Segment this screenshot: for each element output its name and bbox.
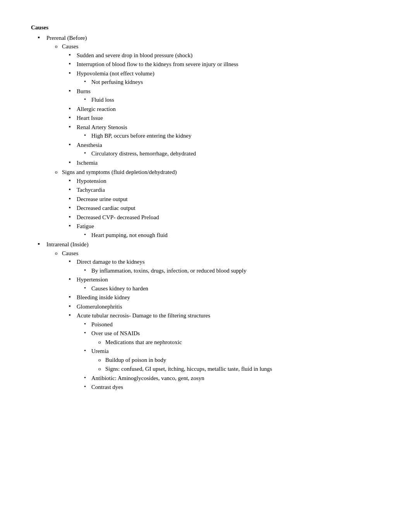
list-item: Fatigue Heart pumping, not enough fluid <box>77 222 379 239</box>
intrarenal-label: Intrarenal (Inside) <box>46 241 89 247</box>
list-item: High BP, occurs before entering the kidn… <box>91 131 379 140</box>
nested-list: Heart pumping, not enough fluid <box>77 231 379 240</box>
signs-symptoms-label: Signs and symptoms (fluid depletion/dehy… <box>62 169 177 175</box>
list-item: Acute tubular necrosis- Damage to the fi… <box>77 311 379 392</box>
list-item: Circulatory distress, hemorrhage, dehydr… <box>91 149 379 158</box>
list-item: Contrast dyes <box>91 383 379 392</box>
nested-list: Not perfusing kidneys <box>77 78 379 87</box>
list-item: Causes Sudden and severe drop in blood p… <box>62 42 379 167</box>
list-item: Medications that are nephrotoxic <box>105 338 379 347</box>
list-item: Over use of NSAIDs Medications that are … <box>91 329 379 346</box>
list-item: Signs: confused, GI upset, itching, hicc… <box>105 365 379 373</box>
nested-list: Fluid loss <box>77 95 379 104</box>
list-item: Prerenal (Before) Causes Sudden and seve… <box>46 34 379 240</box>
nested-list: Buildup of poison in body Signs: confuse… <box>91 356 379 373</box>
list-item: Anesthesia Circulatory distress, hemorrh… <box>77 141 379 158</box>
list-item: Poisoned <box>91 320 379 329</box>
causes-label: Causes <box>62 43 79 49</box>
list-item: Not perfusing kidneys <box>91 78 379 87</box>
prerenal-label: Prerenal (Before) <box>46 35 87 41</box>
prerenal-causes-list: Sudden and severe drop in blood pressure… <box>62 51 379 167</box>
list-item: Buildup of poison in body <box>105 356 379 365</box>
prerenal-subsections: Causes Sudden and severe drop in blood p… <box>46 42 379 239</box>
list-item: Glomerulonephritis <box>77 302 379 311</box>
nested-list: Circulatory distress, hemorrhage, dehydr… <box>77 149 379 158</box>
list-item: Fluid loss <box>91 95 379 104</box>
intrarenal-causes-list: Direct damage to the kidneys By inflamma… <box>62 257 379 392</box>
list-item: Antibiotic: Aminoglycosides, vanco, gent… <box>91 374 379 383</box>
document: Causes Prerenal (Before) Causes Sudden a… <box>31 23 379 392</box>
intrarenal-subsections: Causes Direct damage to the kidneys By i… <box>46 249 379 392</box>
list-item: Ischemia <box>77 159 379 167</box>
nested-list: Medications that are nephrotoxic <box>91 338 379 347</box>
list-item: Causes kidney to harden <box>91 284 379 293</box>
list-item: Signs and symptoms (fluid depletion/dehy… <box>62 168 379 239</box>
top-level-list: Prerenal (Before) Causes Sudden and seve… <box>31 34 379 392</box>
nested-list: High BP, occurs before entering the kidn… <box>77 131 379 140</box>
list-item: Tachycardia <box>77 186 379 194</box>
list-item: Causes Direct damage to the kidneys By i… <box>62 249 379 392</box>
list-item: Hypotension <box>77 177 379 186</box>
list-item: Interruption of blood flow to the kidney… <box>77 60 379 69</box>
list-item: Burns Fluid loss <box>77 87 379 104</box>
list-item: Direct damage to the kidneys By inflamma… <box>77 257 379 275</box>
nested-list: By inflammation, toxins, drugs, infectio… <box>77 266 379 275</box>
list-item: Hypovolemia (not effect volume) Not perf… <box>77 69 379 87</box>
list-item: Decreased cardiac output <box>77 204 379 213</box>
page-title: Causes <box>31 23 379 32</box>
list-item: Intrarenal (Inside) Causes Direct damage… <box>46 240 379 392</box>
list-item: Renal Artery Stenosis High BP, occurs be… <box>77 123 379 140</box>
list-item: Hypertension Causes kidney to harden <box>77 275 379 293</box>
causes-label2: Causes <box>62 250 79 256</box>
list-item: Decreased CVP- decreased Preload <box>77 213 379 222</box>
signs-symptoms-list: Hypotension Tachycardia Decrease urine o… <box>62 177 379 240</box>
list-item: Heart pumping, not enough fluid <box>91 231 379 240</box>
list-item: Sudden and severe drop in blood pressure… <box>77 51 379 60</box>
list-item: Heart Issue <box>77 114 379 123</box>
list-item: Uremia Buildup of poison in body Signs: … <box>91 347 379 373</box>
list-item: Bleeding inside kidney <box>77 293 379 302</box>
list-item: Allergic reaction <box>77 105 379 114</box>
nested-list: Poisoned Over use of NSAIDs Medications … <box>77 320 379 392</box>
nested-list: Causes kidney to harden <box>77 284 379 293</box>
list-item: By inflammation, toxins, drugs, infectio… <box>91 266 379 275</box>
list-item: Decrease urine output <box>77 195 379 204</box>
